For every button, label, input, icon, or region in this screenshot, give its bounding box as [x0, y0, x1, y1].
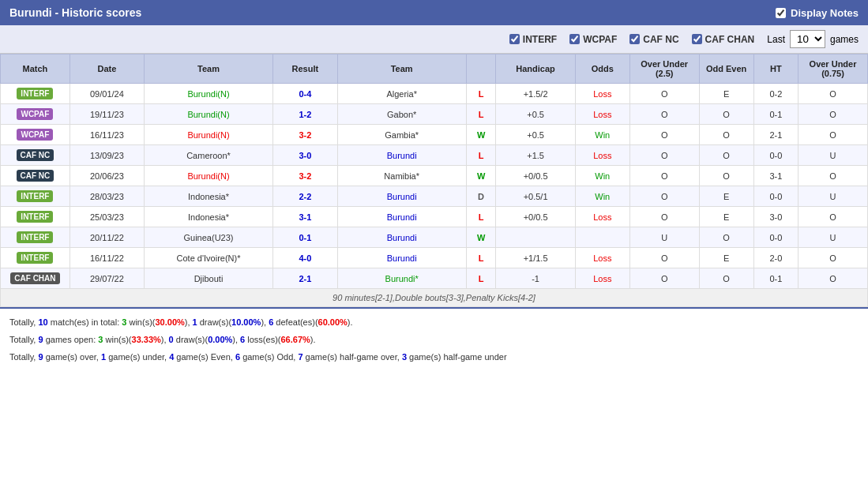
cell-wl: W — [466, 125, 496, 145]
cell-date: 20/11/22 — [70, 227, 144, 248]
cell-match: INTERF — [1, 84, 70, 104]
col-header-oddeven: Odd Even — [699, 54, 753, 84]
cell-match: WCPAF — [1, 125, 70, 145]
cell-wl: L — [466, 145, 496, 166]
cell-handicap: +1.5/2 — [496, 84, 575, 104]
cell-ou25: O — [629, 166, 699, 186]
cell-handicap: +0/0.5 — [496, 166, 575, 186]
table-header-row: Match Date Team Result Team Handicap Odd… — [1, 54, 868, 84]
cell-result: 2-1 — [273, 268, 338, 289]
cell-ou25: O — [629, 207, 699, 227]
cell-oddeven: O — [699, 125, 753, 145]
match-badge: INTERF — [17, 252, 53, 264]
cell-oddeven: E — [699, 207, 753, 227]
cell-oddeven: O — [699, 268, 753, 289]
table-row: INTERF09/01/24Burundi(N)0-4Algeria*L+1.5… — [1, 84, 868, 104]
cell-team1: Burundi(N) — [144, 125, 272, 145]
cell-match: INTERF — [1, 207, 70, 227]
cell-date: 09/01/24 — [70, 84, 144, 104]
cell-date: 16/11/22 — [70, 248, 144, 268]
cell-wl: L — [466, 268, 496, 289]
cell-date: 28/03/23 — [70, 186, 144, 207]
cell-result: 0-1 — [273, 227, 338, 248]
cell-odds: Win — [575, 125, 629, 145]
table-row: INTERF25/03/23Indonesia*3-1BurundiL+0/0.… — [1, 207, 868, 227]
col-header-match: Match — [1, 54, 70, 84]
cell-ou25: O — [629, 248, 699, 268]
col-header-wl — [466, 54, 496, 84]
cell-match: WCPAF — [1, 104, 70, 125]
cell-odds: Loss — [575, 104, 629, 125]
table-row: CAF NC13/09/23Cameroon*3-0BurundiL+1.5Lo… — [1, 145, 868, 166]
col-header-team2: Team — [337, 54, 466, 84]
cell-team2: Burundi* — [337, 268, 466, 289]
cell-ht: 0-1 — [753, 268, 798, 289]
cell-ou075: O — [798, 268, 868, 289]
cell-oddeven: E — [699, 248, 753, 268]
cafnc-checkbox[interactable] — [629, 34, 640, 44]
cell-ou25: O — [629, 186, 699, 207]
cell-result: 0-4 — [273, 84, 338, 104]
match-badge: INTERF — [17, 211, 53, 223]
cell-wl: L — [466, 248, 496, 268]
display-notes-checkbox[interactable] — [776, 8, 786, 18]
filter-interf: INTERF — [509, 34, 557, 45]
cell-result: 3-0 — [273, 145, 338, 166]
cafchan-checkbox[interactable] — [692, 34, 702, 44]
cell-result: 3-1 — [273, 207, 338, 227]
cell-oddeven: E — [699, 84, 753, 104]
cell-match: CAF NC — [1, 145, 70, 166]
match-badge: INTERF — [17, 231, 53, 243]
cell-date: 13/09/23 — [70, 145, 144, 166]
cell-oddeven: O — [699, 145, 753, 166]
cell-ou075: O — [798, 207, 868, 227]
page-title: Burundi - Historic scores — [9, 6, 141, 19]
cell-ou075: U — [798, 186, 868, 207]
match-badge: CAF NC — [17, 170, 54, 182]
cell-oddeven: O — [699, 166, 753, 186]
interf-label: INTERF — [523, 34, 557, 45]
interf-checkbox[interactable] — [509, 34, 520, 44]
summary-section: Totally, 10 match(es) in total: 3 win(s)… — [0, 307, 868, 373]
cell-match: CAF CHAN — [1, 268, 70, 289]
cell-team1: Indonesia* — [144, 207, 272, 227]
table-row: CAF CHAN29/07/22Djibouti2-1Burundi*L-1Lo… — [1, 268, 868, 289]
cell-date: 29/07/22 — [70, 268, 144, 289]
match-badge: CAF NC — [17, 149, 54, 161]
cell-oddeven: O — [699, 104, 753, 125]
cell-oddeven: O — [699, 227, 753, 248]
table-row: CAF NC20/06/23Burundi(N)3-2Namibia*W+0/0… — [1, 166, 868, 186]
cell-team1: Indonesia* — [144, 186, 272, 207]
cell-ou075: O — [798, 104, 868, 125]
cell-team1: Burundi(N) — [144, 104, 272, 125]
cell-date: 25/03/23 — [70, 207, 144, 227]
wcpaf-checkbox[interactable] — [569, 34, 580, 44]
cell-ht: 0-0 — [753, 227, 798, 248]
match-badge: WCPAF — [17, 129, 53, 141]
cell-team2: Namibia* — [337, 166, 466, 186]
match-badge: WCPAF — [17, 108, 53, 120]
cell-team2: Burundi — [337, 248, 466, 268]
cell-ht: 0-2 — [753, 84, 798, 104]
cell-ht: 2-0 — [753, 248, 798, 268]
cell-handicap: +0.5 — [496, 104, 575, 125]
cell-wl: D — [466, 186, 496, 207]
cell-team1: Burundi(N) — [144, 84, 272, 104]
display-notes-control: Display Notes — [776, 7, 859, 19]
cell-team2: Burundi — [337, 227, 466, 248]
last-games-select[interactable]: 10 5 15 20 All — [790, 30, 825, 48]
cell-date: 19/11/23 — [70, 104, 144, 125]
cell-ou25: O — [629, 104, 699, 125]
cell-ou075: O — [798, 248, 868, 268]
cell-result: 2-2 — [273, 186, 338, 207]
cell-ht: 0-0 — [753, 186, 798, 207]
cell-result: 4-0 — [273, 248, 338, 268]
cell-team2: Burundi — [337, 145, 466, 166]
cell-team2: Burundi — [337, 207, 466, 227]
cell-match: CAF NC — [1, 166, 70, 186]
cell-oddeven: E — [699, 186, 753, 207]
games-label: games — [830, 34, 859, 45]
cell-ht: 0-1 — [753, 104, 798, 125]
wcpaf-label: WCPAF — [583, 34, 617, 45]
summary-line3: Totally, 9 game(s) over, 1 game(s) under… — [9, 350, 859, 366]
